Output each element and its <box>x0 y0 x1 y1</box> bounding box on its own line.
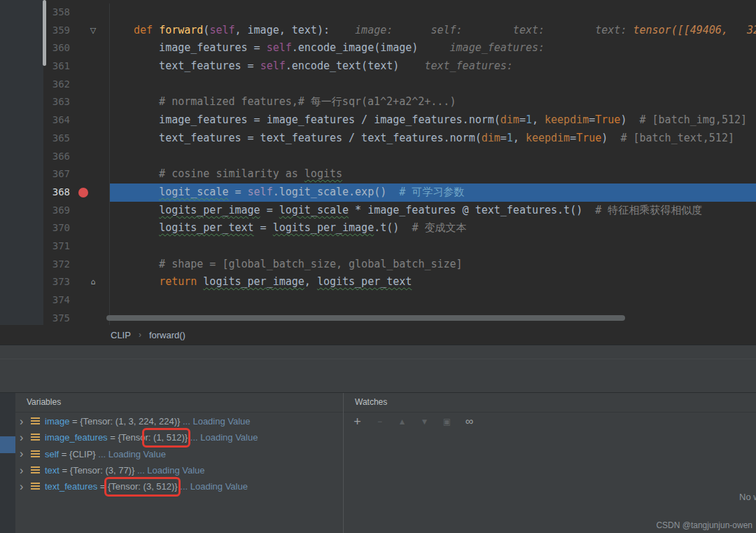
code-text: logits_per_image = logit_scale * image_f… <box>109 202 756 220</box>
equals-sign: = <box>59 465 70 476</box>
debug-toolbar-area <box>0 345 756 392</box>
expand-chevron-icon[interactable]: › <box>20 465 31 476</box>
line-number[interactable]: 362 <box>0 76 77 94</box>
code-segment: logits_per_image <box>273 221 374 234</box>
fold-gutter <box>77 310 109 325</box>
code-line[interactable]: 372 # shape = [global_batch_size, global… <box>0 256 756 274</box>
code-line[interactable]: 369 logits_per_image = logit_scale * ima… <box>0 202 756 220</box>
duplicate-watch-button[interactable]: ▣ <box>439 417 455 427</box>
fold-gutter <box>77 148 109 166</box>
code-segment: , image, text): <box>235 24 330 36</box>
fold-marker-icon[interactable]: ▽ <box>77 22 109 40</box>
line-number[interactable]: 366 <box>0 148 77 166</box>
code-line[interactable]: 373⌂ return logits_per_image, logits_per… <box>0 273 756 291</box>
code-line[interactable]: 365 text_features = text_features / text… <box>0 130 756 148</box>
code-line[interactable]: 371 <box>0 237 756 256</box>
stripe-selected-indicator[interactable] <box>0 436 15 453</box>
variable-row[interactable]: ›text = {Tensor: (3, 77)} ... Loading Va… <box>15 462 343 478</box>
fold-marker-icon[interactable]: ⌂ <box>77 273 109 291</box>
code-segment: self <box>267 41 292 54</box>
line-number[interactable]: 369 <box>0 202 77 220</box>
code-segment: dim <box>482 132 500 144</box>
line-number[interactable]: 361 <box>0 57 77 76</box>
code-text <box>109 76 756 94</box>
horizontal-scrollbar-thumb[interactable] <box>106 315 625 321</box>
code-segment: logit_scale <box>159 186 228 198</box>
equals-sign: = <box>59 449 69 459</box>
code-line[interactable]: 374 <box>0 291 756 310</box>
line-number[interactable]: 371 <box>0 237 77 256</box>
variable-row[interactable]: ›image = {Tensor: (1, 3, 224, 224)} ... … <box>15 413 343 429</box>
breakpoint-icon[interactable] <box>78 188 88 198</box>
code-segment: * image_features @ text_features.t() <box>349 204 595 216</box>
line-number[interactable]: 375 <box>0 310 77 325</box>
variable-row[interactable]: ›self = {CLIP} ... Loading Value <box>15 446 343 462</box>
variable-name: text_features <box>45 481 97 492</box>
code-line[interactable]: 364 image_features = image_features / im… <box>0 111 756 130</box>
code-line[interactable]: 358 <box>0 4 756 22</box>
add-watch-button[interactable]: + <box>349 415 365 429</box>
watches-toolbar: +−▲▼▣∞ <box>344 415 756 428</box>
code-segment: = <box>519 113 526 126</box>
code-line[interactable]: 370 logits_per_text = logits_per_image.t… <box>0 219 756 237</box>
code-segment: 1 <box>507 132 513 144</box>
remove-watch-button[interactable]: − <box>372 417 388 427</box>
loading-value-label: ... Loading Value <box>134 465 204 476</box>
code-text: logit_scale = self.logit_scale.exp() # 可… <box>109 184 756 202</box>
line-number[interactable]: 374 <box>0 291 77 310</box>
debug-panel: Variables ›image = {Tensor: (1, 3, 224, … <box>0 392 756 533</box>
code-line[interactable]: 362 <box>0 76 756 94</box>
equals-sign: = <box>69 416 80 427</box>
code-text: # shape = [global_batch_size, global_bat… <box>109 256 756 274</box>
code-line[interactable]: 363 # normalized features,# 每一行sqr(a1^2+… <box>0 93 756 111</box>
breadcrumb-method[interactable]: forward() <box>149 330 186 340</box>
expand-chevron-icon[interactable]: › <box>20 448 31 459</box>
line-number[interactable]: 370 <box>0 219 77 237</box>
line-number[interactable]: 373 <box>0 273 77 291</box>
code-segment: # 变成文本 <box>412 221 466 234</box>
code-line[interactable]: 366 <box>0 148 756 166</box>
move-up-button[interactable]: ▲ <box>394 417 410 427</box>
line-number[interactable]: 368 <box>0 184 77 202</box>
code-segment: # cosine similarity as <box>134 167 304 180</box>
tool-window-stripe <box>0 393 15 533</box>
line-number[interactable]: 363 <box>0 93 77 111</box>
code-text: logits_per_text = logits_per_image.t() #… <box>109 219 756 237</box>
line-number[interactable]: 364 <box>0 111 77 130</box>
line-number[interactable]: 365 <box>0 130 77 148</box>
code-line[interactable]: 359▽def forward(self, image, text): imag… <box>0 22 756 40</box>
variable-row[interactable]: ›image_features = {Tensor: (1, 512)} ...… <box>15 429 343 445</box>
line-number[interactable]: 360 <box>0 39 77 57</box>
expand-chevron-icon[interactable]: › <box>20 432 31 443</box>
code-segment: tensor([[49406, 320, <box>633 24 756 36</box>
show-watches-button[interactable]: ∞ <box>461 415 477 428</box>
line-number[interactable]: 359 <box>0 22 77 40</box>
line-number[interactable]: 372 <box>0 256 77 274</box>
move-down-button[interactable]: ▼ <box>416 417 433 427</box>
expand-chevron-icon[interactable]: › <box>20 481 31 492</box>
editor-left-scrollbar-thumb[interactable] <box>43 0 46 66</box>
variable-row[interactable]: ›text_features = {Tensor: (3, 512)} ... … <box>15 478 343 494</box>
code-text: return logits_per_image, logits_per_text <box>109 273 756 291</box>
code-line[interactable]: 367 # cosine similarity as logits <box>0 165 756 184</box>
loading-value-label: ... Loading Value <box>180 416 250 427</box>
code-segment <box>134 204 159 216</box>
code-line[interactable]: 361 text_features = self.encode_text(tex… <box>0 57 756 76</box>
line-number[interactable]: 358 <box>0 4 77 22</box>
code-segment: forward <box>159 24 203 36</box>
code-line[interactable]: 360 image_features = self.encode_image(i… <box>0 39 756 57</box>
fold-gutter <box>77 256 109 274</box>
code-segment: # 特征相乘获得相似度 <box>595 204 702 216</box>
breadcrumb-class[interactable]: CLIP <box>111 330 131 340</box>
code-segment: = <box>228 186 247 198</box>
line-number[interactable]: 367 <box>0 165 77 184</box>
variable-value: {CLIP} <box>69 449 96 459</box>
code-line[interactable]: 368 logit_scale = self.logit_scale.exp()… <box>0 184 756 202</box>
expand-chevron-icon[interactable]: › <box>20 416 31 427</box>
code-segment: keepdim <box>545 113 589 126</box>
code-segment: ) <box>620 113 639 126</box>
loading-value-label: ... Loading Value <box>96 449 166 459</box>
breadcrumb-bar: CLIP › forward() <box>0 325 756 345</box>
variables-panel: Variables ›image = {Tensor: (1, 3, 224, … <box>15 393 343 533</box>
code-segment: return <box>159 275 203 288</box>
